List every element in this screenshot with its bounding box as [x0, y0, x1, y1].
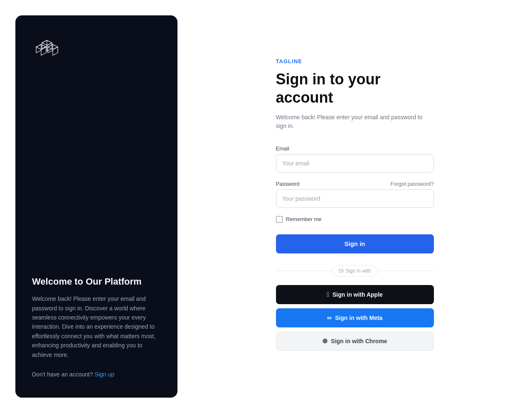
signin-button[interactable]: Sign in — [276, 234, 434, 253]
svg-marker-8 — [53, 47, 58, 55]
meta-signin-button[interactable]: ∞ Sign in with Meta — [276, 308, 434, 327]
form-subtitle: Welcome back! Please enter your email an… — [276, 113, 434, 130]
tagline-label: TAGLINE — [276, 58, 434, 64]
password-label-row: Password Forgot password? — [276, 181, 434, 187]
form-container: TAGLINE Sign in to your account Welcome … — [276, 58, 434, 354]
form-title: Sign in to your account — [276, 70, 434, 106]
chrome-signin-button[interactable]: ⊛ Sign in with Chrome — [276, 332, 434, 351]
meta-button-label: Sign in with Meta — [335, 315, 382, 321]
left-signup-text: Don't have an account? Sign up — [32, 371, 161, 378]
left-content: Welcome to Our Platform Welcome back! Pl… — [32, 276, 161, 378]
divider-line-left — [276, 270, 332, 271]
apple-icon:  — [327, 291, 329, 298]
left-panel: Welcome to Our Platform Welcome back! Pl… — [15, 15, 177, 398]
left-description: Welcome back! Please enter your email an… — [32, 294, 161, 359]
divider-line-right — [377, 270, 434, 271]
apple-signin-button[interactable]:  Sign in with Apple — [276, 285, 434, 304]
signup-link[interactable]: Sign up — [95, 371, 114, 378]
chrome-button-label: Sign in with Chrome — [331, 338, 387, 344]
password-input[interactable] — [276, 189, 434, 208]
forgot-password-link[interactable]: Forgot password? — [390, 181, 433, 187]
logo-icon — [32, 35, 65, 60]
logo-area — [32, 35, 161, 62]
chrome-icon: ⊛ — [322, 337, 328, 345]
email-field-group: Email — [276, 145, 434, 172]
email-label: Email — [276, 145, 290, 152]
email-label-row: Email — [276, 145, 434, 152]
password-field-group: Password Forgot password? — [276, 181, 434, 208]
password-label: Password — [276, 181, 300, 187]
remember-checkbox[interactable] — [276, 216, 283, 223]
email-input[interactable] — [276, 154, 434, 172]
left-title: Welcome to Our Platform — [32, 276, 161, 288]
remember-me-row: Remember me — [276, 216, 434, 223]
divider-text: Or Sign in with — [332, 265, 377, 277]
apple-button-label: Sign in with Apple — [332, 291, 383, 298]
remember-label: Remember me — [286, 216, 322, 222]
page-wrapper: Welcome to Our Platform Welcome back! Pl… — [0, 0, 532, 413]
divider-row: Or Sign in with — [276, 265, 434, 277]
right-panel: TAGLINE Sign in to your account Welcome … — [177, 33, 532, 379]
meta-icon: ∞ — [327, 314, 332, 322]
